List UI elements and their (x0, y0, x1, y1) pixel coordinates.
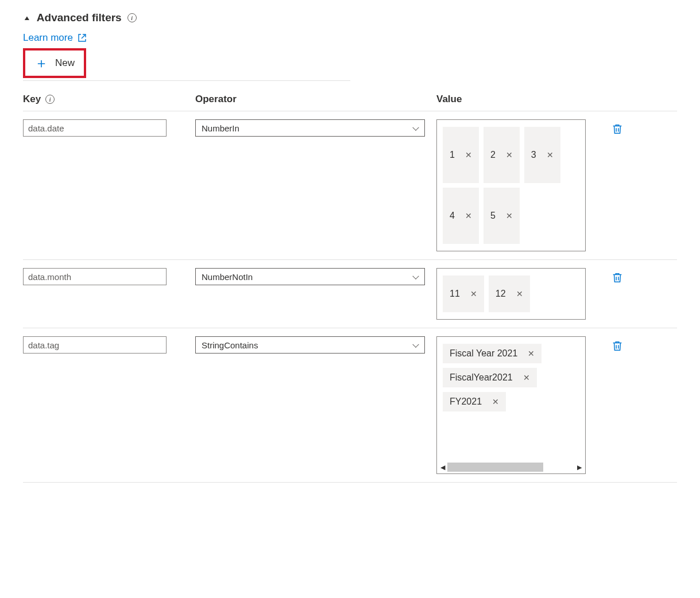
filter-row: NumberNotIn 11 ✕ 12 ✕ (23, 260, 677, 328)
value-chip: 2 ✕ (484, 127, 520, 183)
chip-label: 2 (490, 150, 496, 160)
external-link-icon (78, 33, 87, 42)
scrollbar-track[interactable] (447, 463, 575, 472)
value-chip: 3 ✕ (524, 127, 560, 183)
filter-row: StringContains Fiscal Year 2021 ✕ Fiscal… (23, 328, 677, 483)
remove-chip-icon[interactable]: ✕ (547, 151, 554, 159)
value-container[interactable]: 1 ✕ 2 ✕ 3 ✕ 4 ✕ 5 ✕ (436, 119, 586, 251)
info-icon[interactable]: i (127, 13, 137, 22)
value-chip: 12 ✕ (489, 275, 530, 312)
chip-label: 12 (496, 289, 506, 299)
highlight-annotation: ＋ New (23, 48, 86, 78)
filter-table-header: Key i Operator Value (23, 88, 677, 111)
chip-label: 5 (490, 211, 496, 221)
remove-chip-icon[interactable]: ✕ (506, 212, 513, 220)
remove-chip-icon[interactable]: ✕ (523, 374, 530, 382)
toolbar-divider (23, 80, 350, 81)
learn-more-link[interactable]: Learn more (23, 32, 87, 44)
remove-chip-icon[interactable]: ✕ (528, 350, 535, 358)
chip-label: 4 (450, 211, 455, 221)
trash-icon (611, 123, 624, 135)
horizontal-scrollbar[interactable]: ◀ ▶ (438, 462, 584, 472)
new-button-label: New (55, 57, 75, 69)
column-header-key-label: Key (23, 94, 41, 105)
value-container[interactable]: Fiscal Year 2021 ✕ FiscalYear2021 ✕ FY20… (436, 336, 586, 474)
delete-row-button[interactable] (609, 121, 626, 139)
remove-chip-icon[interactable]: ✕ (516, 290, 523, 298)
section-title: Advanced filters (37, 11, 122, 24)
value-container[interactable]: 11 ✕ 12 ✕ (436, 268, 586, 320)
column-header-value: Value (436, 94, 597, 105)
section-header[interactable]: ▲ Advanced filters i (23, 11, 677, 24)
value-chip: Fiscal Year 2021 ✕ (443, 344, 542, 363)
plus-icon: ＋ (34, 56, 48, 70)
chip-label: 3 (531, 150, 536, 160)
trash-icon (611, 271, 624, 284)
key-input[interactable] (23, 336, 167, 354)
value-chip: 1 ✕ (443, 127, 479, 183)
remove-chip-icon[interactable]: ✕ (492, 398, 499, 406)
scroll-right-icon[interactable]: ▶ (575, 464, 584, 471)
filter-table: Key i Operator Value NumberIn 1 ✕ 2 ✕ 3 (23, 88, 677, 483)
chip-label: 11 (450, 289, 460, 299)
column-header-key: Key i (23, 94, 184, 105)
value-chip: FiscalYear2021 ✕ (443, 368, 537, 387)
key-input[interactable] (23, 119, 167, 137)
remove-chip-icon[interactable]: ✕ (470, 290, 477, 298)
value-chip: 4 ✕ (443, 188, 479, 244)
scroll-left-icon[interactable]: ◀ (438, 464, 447, 471)
column-header-operator: Operator (195, 94, 425, 105)
learn-more-label: Learn more (23, 32, 73, 44)
operator-select[interactable]: NumberNotIn (195, 268, 425, 285)
new-filter-button[interactable]: ＋ New (28, 52, 82, 75)
chip-label: FY2021 (450, 397, 482, 407)
operator-select[interactable]: StringContains (195, 336, 425, 354)
collapse-caret-icon[interactable]: ▲ (23, 14, 31, 22)
info-icon[interactable]: i (45, 95, 55, 104)
trash-icon (611, 340, 624, 352)
value-chip: FY2021 ✕ (443, 392, 506, 411)
chip-label: Fiscal Year 2021 (450, 348, 517, 359)
remove-chip-icon[interactable]: ✕ (465, 212, 472, 220)
delete-row-button[interactable] (609, 269, 626, 288)
chip-label: FiscalYear2021 (450, 372, 513, 383)
filter-row: NumberIn 1 ✕ 2 ✕ 3 ✕ 4 ✕ 5 ✕ (23, 111, 677, 260)
delete-row-button[interactable] (609, 337, 626, 356)
value-chip: 5 ✕ (484, 188, 520, 244)
value-chip: 11 ✕ (443, 275, 484, 312)
scrollbar-thumb[interactable] (447, 463, 543, 472)
chip-label: 1 (450, 150, 455, 160)
key-input[interactable] (23, 268, 167, 285)
operator-select[interactable]: NumberIn (195, 119, 425, 137)
remove-chip-icon[interactable]: ✕ (465, 151, 472, 159)
remove-chip-icon[interactable]: ✕ (506, 151, 513, 159)
